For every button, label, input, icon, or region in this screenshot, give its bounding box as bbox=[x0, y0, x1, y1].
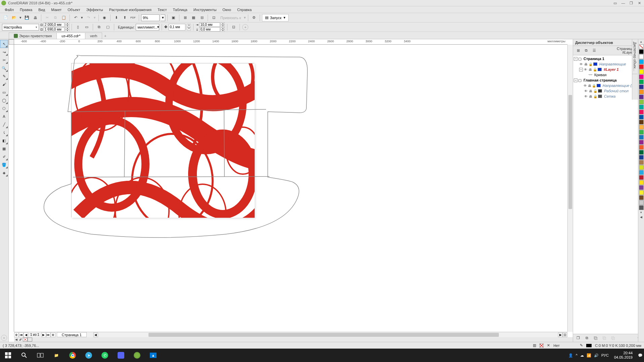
color-amber[interactable] bbox=[639, 125, 644, 130]
palette-up[interactable]: ▴ bbox=[640, 39, 642, 44]
duplicate-y-input[interactable]: 0,0 мм bbox=[199, 27, 220, 32]
dupy-spinner[interactable]: ▴▾ bbox=[221, 27, 225, 32]
docker-side-tab[interactable]: Диспетчер объек... bbox=[632, 39, 637, 74]
start-button[interactable] bbox=[0, 349, 16, 362]
menu-help[interactable]: Справка bbox=[234, 7, 254, 12]
zoom-dropdown[interactable]: ▾ bbox=[161, 14, 165, 21]
color-violet[interactable] bbox=[639, 140, 644, 145]
color-lime[interactable] bbox=[639, 100, 644, 104]
page-height-input[interactable]: 1 690,0 мм bbox=[44, 27, 65, 32]
color-proof-icon[interactable]: ▥ bbox=[533, 343, 536, 348]
palette-down[interactable]: ▾ bbox=[640, 210, 642, 215]
color-darkblue[interactable] bbox=[639, 115, 644, 119]
add-page-before[interactable]: ⊕ bbox=[14, 332, 19, 337]
fill-swatch[interactable] bbox=[540, 344, 544, 348]
color-black[interactable] bbox=[639, 49, 644, 54]
palette-swatch-yellow[interactable] bbox=[28, 338, 32, 342]
width-spinner[interactable]: ▴▾ bbox=[65, 22, 69, 27]
menu-view[interactable]: Вид bbox=[36, 7, 48, 12]
nudge-input[interactable]: 0,1 мм bbox=[169, 24, 185, 31]
hscroll-left[interactable]: ◀ bbox=[93, 332, 98, 337]
duplicate-x-input[interactable]: 10,0 мм bbox=[199, 22, 220, 27]
color-green2[interactable] bbox=[639, 130, 644, 135]
ruler-origin[interactable] bbox=[9, 39, 14, 45]
whatsapp-taskbar[interactable]: ✆ bbox=[97, 349, 113, 362]
landscape-button[interactable]: ▭ bbox=[83, 23, 90, 31]
palette-flyout[interactable]: ◀ bbox=[640, 215, 642, 219]
zoom-level[interactable]: 9% bbox=[141, 14, 160, 21]
color-yellow[interactable] bbox=[639, 69, 644, 74]
telegram-taskbar[interactable]: ➤ bbox=[81, 349, 97, 362]
tray-network-icon[interactable]: 📶 bbox=[587, 353, 591, 358]
vertical-scrollbar[interactable] bbox=[567, 45, 573, 332]
color-brightyellow[interactable] bbox=[639, 190, 644, 195]
ui-menu-icon[interactable]: ▭ bbox=[612, 1, 618, 5]
units-dropdown[interactable]: миллимет...▾ bbox=[136, 24, 159, 31]
color-white[interactable] bbox=[639, 54, 644, 59]
color-navy[interactable] bbox=[639, 155, 644, 160]
horizontal-scrollbar[interactable] bbox=[103, 332, 553, 337]
coreldraw-taskbar[interactable] bbox=[129, 349, 145, 362]
portrait-button[interactable]: ▯ bbox=[74, 23, 82, 31]
new-master-layer-button[interactable]: ⧉ bbox=[583, 334, 591, 342]
prev-page[interactable]: ◀ bbox=[24, 332, 28, 337]
menu-window[interactable]: Окно bbox=[220, 7, 234, 12]
color-green[interactable] bbox=[639, 80, 644, 84]
fullscreen-button[interactable]: ▣ bbox=[170, 14, 177, 21]
menu-tools[interactable]: Инструменты bbox=[191, 7, 219, 12]
add-tool-button[interactable]: + bbox=[0, 334, 8, 342]
menu-table[interactable]: Таблица bbox=[170, 7, 190, 12]
color-blue2[interactable] bbox=[639, 135, 644, 140]
new-layer-button[interactable]: ❐ bbox=[574, 334, 582, 342]
copy-layer-button[interactable]: ⿻ bbox=[601, 334, 608, 342]
freehand-tool[interactable]: ✎ bbox=[0, 72, 8, 80]
current-page-button[interactable]: ▢ bbox=[104, 23, 112, 31]
tab-welcome[interactable]: Экран приветствия bbox=[9, 33, 57, 39]
task-view-button[interactable] bbox=[32, 349, 48, 362]
page-width-input[interactable]: 2 000,0 мм bbox=[44, 22, 65, 27]
print-button[interactable]: 🖶 bbox=[32, 14, 39, 21]
menu-text[interactable]: Текст bbox=[155, 7, 170, 12]
freehand-outline[interactable] bbox=[24, 53, 313, 241]
cut-button[interactable]: ✂ bbox=[43, 14, 51, 21]
guides-toggle[interactable]: ⊟ bbox=[198, 14, 206, 21]
outline-tool[interactable]: ◈ bbox=[0, 169, 8, 177]
canvas[interactable] bbox=[14, 45, 567, 332]
color-none[interactable] bbox=[639, 44, 644, 49]
first-page[interactable]: ⏮ bbox=[19, 332, 24, 337]
photos-taskbar[interactable]: ▲ bbox=[145, 349, 161, 362]
paste-button[interactable]: 📋 bbox=[60, 14, 68, 21]
color-cyan[interactable] bbox=[639, 59, 644, 64]
height-spinner[interactable]: ▴▾ bbox=[65, 27, 69, 32]
color-red2[interactable] bbox=[639, 175, 644, 180]
color-blue[interactable] bbox=[639, 85, 644, 89]
tray-notifications-icon[interactable]: 💬 bbox=[638, 353, 643, 358]
outline-swatch[interactable] bbox=[586, 344, 592, 347]
color-darkgreen[interactable] bbox=[639, 150, 644, 155]
add-page-after[interactable]: ⊕ bbox=[51, 332, 55, 337]
drop-shadow-tool[interactable]: ◧ bbox=[0, 137, 8, 145]
new-master-layer-all-button[interactable]: ⿻ bbox=[592, 334, 599, 342]
undo-button[interactable]: ↶ bbox=[72, 14, 79, 21]
color-orange[interactable] bbox=[639, 90, 644, 94]
menu-file[interactable]: Файл bbox=[2, 7, 16, 12]
save-button[interactable]: 💾 bbox=[23, 14, 31, 21]
color-teal[interactable] bbox=[639, 105, 644, 109]
shape-tool[interactable]: ↝ bbox=[0, 48, 8, 56]
tray-volume-icon[interactable]: 🔊 bbox=[594, 353, 599, 358]
color-skyblue[interactable] bbox=[639, 170, 644, 175]
outline-pen-icon[interactable]: ✎ bbox=[580, 343, 583, 348]
snap-toggle[interactable]: ⊡ bbox=[210, 14, 217, 21]
nudge-spinner[interactable]: ▴▾ bbox=[187, 24, 191, 31]
file-explorer-taskbar[interactable]: 📁 bbox=[48, 349, 65, 362]
tab-document-2[interactable]: verh bbox=[85, 33, 102, 39]
ellipse-tool[interactable]: ◯ bbox=[0, 96, 8, 104]
color-darkgray[interactable] bbox=[639, 205, 644, 210]
palette-left[interactable]: ◀ bbox=[14, 338, 18, 341]
om-edit-across[interactable]: ⧉ bbox=[583, 47, 590, 54]
add-tab-button[interactable]: + bbox=[102, 33, 109, 39]
treat-as-filled-button[interactable]: ⊡ bbox=[230, 23, 237, 31]
color-brown2[interactable] bbox=[639, 195, 644, 200]
minimize-button[interactable]: — bbox=[620, 1, 627, 5]
discord-taskbar[interactable] bbox=[113, 349, 129, 362]
